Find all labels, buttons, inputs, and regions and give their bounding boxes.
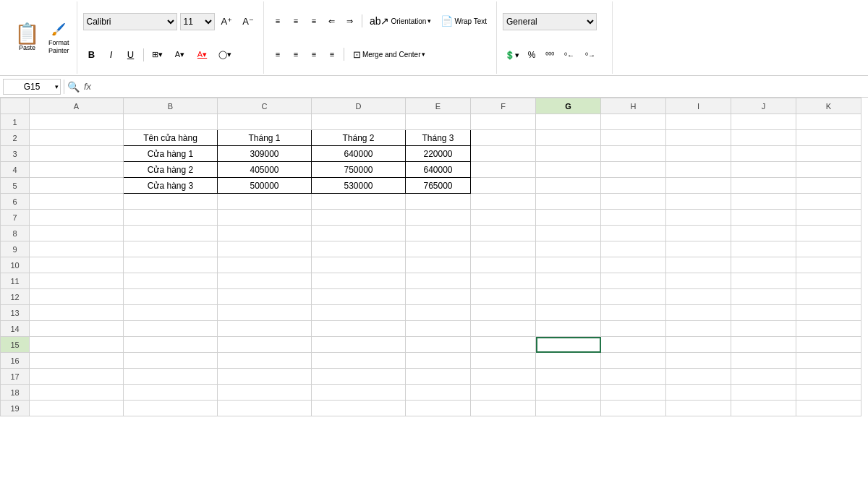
cell-I17[interactable] [666, 369, 731, 385]
cell-K1[interactable] [796, 114, 861, 130]
cell-D2[interactable]: Tháng 2 [312, 130, 406, 146]
font-family-select[interactable]: Calibri [83, 13, 177, 30]
row-header-16[interactable]: 16 [1, 353, 30, 369]
cell-I18[interactable] [666, 385, 731, 401]
cell-B19[interactable] [124, 401, 218, 416]
col-header-b[interactable]: B [124, 98, 218, 114]
cell-I14[interactable] [666, 321, 731, 337]
cell-H7[interactable] [601, 210, 666, 226]
row-header-4[interactable]: 4 [1, 162, 30, 178]
cell-H16[interactable] [601, 353, 666, 369]
cell-B7[interactable] [124, 210, 218, 226]
col-header-j[interactable]: J [731, 98, 796, 114]
cell-A10[interactable] [30, 257, 124, 273]
cell-D3[interactable]: 640000 [312, 146, 406, 162]
cell-A13[interactable] [30, 305, 124, 321]
cell-C14[interactable] [218, 321, 312, 337]
cell-C13[interactable] [218, 305, 312, 321]
cell-J18[interactable] [731, 385, 796, 401]
cell-E12[interactable] [406, 289, 471, 305]
cell-J14[interactable] [731, 321, 796, 337]
cell-E15[interactable] [406, 337, 471, 353]
cell-G11[interactable] [536, 273, 601, 289]
cell-G8[interactable] [536, 226, 601, 241]
cell-F10[interactable] [471, 257, 536, 273]
cell-B18[interactable] [124, 385, 218, 401]
cell-I2[interactable] [666, 130, 731, 146]
cell-F11[interactable] [471, 273, 536, 289]
cell-H12[interactable] [601, 289, 666, 305]
cell-H14[interactable] [601, 321, 666, 337]
cell-H1[interactable] [601, 114, 666, 130]
cell-D19[interactable] [312, 401, 406, 416]
cell-E11[interactable] [406, 273, 471, 289]
cell-H19[interactable] [601, 401, 666, 416]
indent-decrease-button[interactable]: ⇐ [324, 14, 340, 28]
cell-C16[interactable] [218, 353, 312, 369]
row-header-7[interactable]: 7 [1, 210, 30, 226]
cell-D17[interactable] [312, 369, 406, 385]
cell-E14[interactable] [406, 321, 471, 337]
cell-E9[interactable] [406, 241, 471, 257]
cell-J8[interactable] [731, 226, 796, 241]
cell-H4[interactable] [601, 162, 666, 178]
cell-B17[interactable] [124, 369, 218, 385]
cell-K9[interactable] [796, 241, 861, 257]
cell-I3[interactable] [666, 146, 731, 162]
cell-B10[interactable] [124, 257, 218, 273]
cell-G12[interactable] [536, 289, 601, 305]
clear-format-button[interactable]: ◯▾ [215, 47, 235, 63]
cell-A12[interactable] [30, 289, 124, 305]
cell-J5[interactable] [731, 178, 796, 194]
cell-F18[interactable] [471, 385, 536, 401]
row-header-12[interactable]: 12 [1, 289, 30, 305]
cell-I5[interactable] [666, 178, 731, 194]
cell-E17[interactable] [406, 369, 471, 385]
cell-D12[interactable] [312, 289, 406, 305]
cell-A2[interactable] [30, 130, 124, 146]
cell-A19[interactable] [30, 401, 124, 416]
cell-C9[interactable] [218, 241, 312, 257]
cell-I1[interactable] [666, 114, 731, 130]
cell-E13[interactable] [406, 305, 471, 321]
cell-J16[interactable] [731, 353, 796, 369]
formula-input[interactable] [95, 79, 865, 95]
cell-J6[interactable] [731, 194, 796, 210]
cell-G5[interactable] [536, 178, 601, 194]
cell-A1[interactable] [30, 114, 124, 130]
row-header-5[interactable]: 5 [1, 178, 30, 194]
cell-F13[interactable] [471, 305, 536, 321]
merge-center-button[interactable]: ⊡ Merge and Center ▾ [348, 48, 431, 61]
cell-A6[interactable] [30, 194, 124, 210]
cell-H18[interactable] [601, 385, 666, 401]
cell-E3[interactable]: 220000 [406, 146, 471, 162]
cell-C4[interactable]: 405000 [218, 162, 312, 178]
cell-K8[interactable] [796, 226, 861, 241]
cell-H13[interactable] [601, 305, 666, 321]
cell-A5[interactable] [30, 178, 124, 194]
row-header-10[interactable]: 10 [1, 257, 30, 273]
cell-A18[interactable] [30, 385, 124, 401]
row-header-13[interactable]: 13 [1, 305, 30, 321]
cell-F9[interactable] [471, 241, 536, 257]
row-header-6[interactable]: 6 [1, 194, 30, 210]
cell-G19[interactable] [536, 401, 601, 416]
cell-H5[interactable] [601, 178, 666, 194]
cell-F4[interactable] [471, 162, 536, 178]
cell-C19[interactable] [218, 401, 312, 416]
cell-B11[interactable] [124, 273, 218, 289]
cell-F12[interactable] [471, 289, 536, 305]
row-header-15[interactable]: 15 [1, 337, 30, 353]
cell-E10[interactable] [406, 257, 471, 273]
cell-D6[interactable] [312, 194, 406, 210]
cell-G7[interactable] [536, 210, 601, 226]
cell-E4[interactable]: 640000 [406, 162, 471, 178]
col-header-f[interactable]: F [471, 98, 536, 114]
cell-C12[interactable] [218, 289, 312, 305]
cell-J9[interactable] [731, 241, 796, 257]
cell-H17[interactable] [601, 369, 666, 385]
increase-font-button[interactable]: A⁺ [218, 13, 237, 30]
cell-D5[interactable]: 530000 [312, 178, 406, 194]
col-header-g[interactable]: G [536, 98, 601, 114]
cell-K4[interactable] [796, 162, 861, 178]
